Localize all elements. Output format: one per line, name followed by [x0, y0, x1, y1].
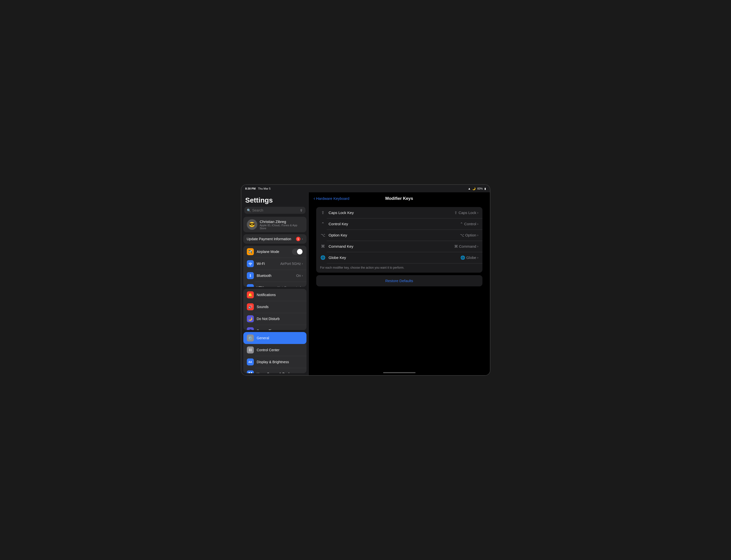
option-key-item[interactable]: ⌥ Option Key ⌥ Option › — [316, 229, 483, 241]
option-value-icon: ⌥ — [460, 233, 464, 237]
battery-icon: ▮ — [485, 187, 486, 190]
bluetooth-chevron-icon: › — [302, 274, 303, 277]
sidebar-item-screen-time[interactable]: ⏱ Screen Time — [243, 325, 306, 330]
vpn-chevron-icon: › — [302, 286, 303, 287]
search-bar[interactable]: 🔍 🎙 — [244, 207, 305, 214]
display-brightness-icon: AA — [247, 358, 254, 365]
payment-banner[interactable]: Update Payment Information 1 › — [243, 234, 306, 244]
sidebar-item-do-not-disturb[interactable]: 🌙 Do Not Disturb — [243, 313, 306, 325]
display-brightness-label: Display & Brightness — [257, 360, 303, 364]
wifi-icon-bg — [247, 260, 254, 267]
vpn-value: Not Connected — [277, 286, 301, 287]
svg-point-1 — [250, 349, 251, 350]
sidebar-item-vpn[interactable]: VPN VPN Not Connected › — [243, 282, 306, 287]
do-not-disturb-icon: 🌙 — [247, 315, 254, 322]
caps-lock-chevron-icon: › — [477, 211, 478, 215]
battery-text: 83% — [477, 187, 483, 190]
command-value-text: Command — [459, 244, 476, 248]
wifi-value: AirPort 5GHz — [280, 262, 301, 266]
control-icon: ⌃ — [320, 222, 326, 226]
airplane-icon: ✈️ — [247, 248, 254, 255]
main-content: Settings 🔍 🎙 😎 Christian Zibreg Apple ID… — [241, 192, 490, 375]
modifier-hint: For each modifier key, choose the action… — [316, 263, 483, 273]
payment-badge: 1 — [296, 237, 300, 241]
caps-lock-value-text: Caps Lock — [459, 211, 476, 215]
control-key-item[interactable]: ⌃ Control Key ⌃ Control › — [316, 218, 483, 229]
airplane-toggle[interactable] — [292, 248, 303, 255]
screen-time-icon: ⏱ — [247, 327, 254, 330]
moon-icon: 🌙 — [472, 187, 476, 190]
svg-point-0 — [249, 349, 250, 350]
sidebar-item-sounds[interactable]: 🔊 Sounds — [243, 301, 306, 313]
sidebar[interactable]: Settings 🔍 🎙 😎 Christian Zibreg Apple ID… — [241, 192, 309, 375]
svg-rect-4 — [248, 372, 250, 373]
sidebar-item-control-center[interactable]: Control Center — [243, 344, 306, 356]
command-chevron-icon: › — [477, 244, 478, 248]
sidebar-item-airplane-mode[interactable]: ✈️ Airplane Mode — [243, 246, 306, 258]
sidebar-item-home-screen-dock[interactable]: Home Screen & Dock — [243, 368, 306, 373]
app-settings-group: ⚙️ General Control Center AA Display & B… — [243, 332, 306, 373]
mic-icon[interactable]: 🎙 — [300, 209, 303, 212]
status-time: 8:30 PM — [245, 187, 256, 190]
option-value: ⌥ Option › — [460, 233, 479, 237]
network-settings-group: ✈️ Airplane Mode Wi-Fi AirPort 5GHz › — [243, 246, 306, 287]
modifier-keys-card: ⇪ Caps Lock Key ⇪ Caps Lock › ⌃ Control … — [316, 207, 483, 273]
status-right: ▲ 🌙 83% ▮ — [468, 187, 486, 190]
do-not-disturb-label: Do Not Disturb — [257, 317, 303, 321]
svg-point-3 — [250, 350, 251, 351]
caps-lock-key-item[interactable]: ⇪ Caps Lock Key ⇪ Caps Lock › — [316, 207, 483, 218]
command-icon: ⌘ — [320, 244, 326, 249]
airplane-label: Airplane Mode — [257, 250, 292, 254]
command-value: ⌘ Command › — [454, 244, 479, 249]
option-chevron-icon: › — [477, 233, 478, 237]
right-panel: ‹ Hardware Keyboard Modifier Keys ⇪ Caps… — [309, 192, 490, 375]
avatar: 😎 — [247, 219, 257, 230]
globe-value: 🌐 Globe › — [461, 255, 478, 260]
status-date: Thu Mar 5 — [258, 187, 270, 190]
search-icon: 🔍 — [247, 209, 251, 212]
globe-value-text: Globe — [466, 255, 476, 260]
restore-defaults-button[interactable]: Restore Defaults — [316, 275, 483, 286]
control-value-icon: ⌃ — [460, 222, 463, 226]
sidebar-item-wifi[interactable]: Wi-Fi AirPort 5GHz › — [243, 258, 306, 270]
device-frame: 8:30 PM Thu Mar 5 ▲ 🌙 83% ▮ Settings 🔍 🎙… — [241, 184, 491, 376]
back-label: Hardware Keyboard — [316, 196, 349, 201]
caps-lock-icon: ⇪ — [320, 210, 326, 215]
control-center-label: Control Center — [257, 348, 303, 352]
control-chevron-icon: › — [477, 222, 478, 226]
globe-label: Globe Key — [329, 255, 461, 260]
caps-lock-value-icon: ⇪ — [454, 211, 458, 215]
back-button[interactable]: ‹ Hardware Keyboard — [314, 196, 349, 201]
bluetooth-label: Bluetooth — [257, 274, 296, 278]
status-bar: 8:30 PM Thu Mar 5 ▲ 🌙 83% ▮ — [241, 185, 490, 192]
search-input[interactable] — [252, 208, 298, 212]
sidebar-item-notifications[interactable]: 🔔 Notifications — [243, 289, 306, 301]
sidebar-item-bluetooth[interactable]: ᛒ Bluetooth On › — [243, 270, 306, 282]
globe-icon: 🌐 — [320, 255, 326, 260]
globe-chevron-icon: › — [477, 256, 478, 259]
option-label: Option Key — [329, 233, 460, 237]
wifi-icon: ▲ — [468, 187, 471, 190]
command-key-item[interactable]: ⌘ Command Key ⌘ Command › — [316, 241, 483, 252]
svg-rect-5 — [251, 372, 252, 373]
user-subtitle: Apple ID, iCloud, iTunes & App Store — [260, 224, 303, 230]
user-info: Christian Zibreg Apple ID, iCloud, iTune… — [260, 220, 303, 230]
right-header: ‹ Hardware Keyboard Modifier Keys — [309, 192, 490, 205]
home-screen-dock-label: Home Screen & Dock — [257, 372, 303, 373]
right-content: ⇪ Caps Lock Key ⇪ Caps Lock › ⌃ Control … — [309, 205, 490, 370]
command-label: Command Key — [329, 244, 454, 248]
modifier-hint-text: For each modifier key, choose the action… — [320, 266, 404, 269]
payment-chevron-icon: › — [302, 237, 303, 241]
control-center-icon — [247, 346, 254, 353]
caps-lock-value: ⇪ Caps Lock › — [454, 211, 478, 215]
home-bar — [383, 372, 416, 373]
bluetooth-icon: ᛒ — [247, 272, 254, 279]
globe-key-item[interactable]: 🌐 Globe Key 🌐 Globe › — [316, 252, 483, 263]
bluetooth-value: On — [296, 274, 301, 278]
general-icon: ⚙️ — [247, 335, 254, 341]
user-profile[interactable]: 😎 Christian Zibreg Apple ID, iCloud, iTu… — [243, 217, 306, 232]
sidebar-item-general[interactable]: ⚙️ General — [243, 332, 306, 344]
sidebar-item-display-brightness[interactable]: AA Display & Brightness — [243, 356, 306, 368]
home-indicator — [309, 370, 490, 375]
back-chevron-icon: ‹ — [314, 196, 315, 201]
